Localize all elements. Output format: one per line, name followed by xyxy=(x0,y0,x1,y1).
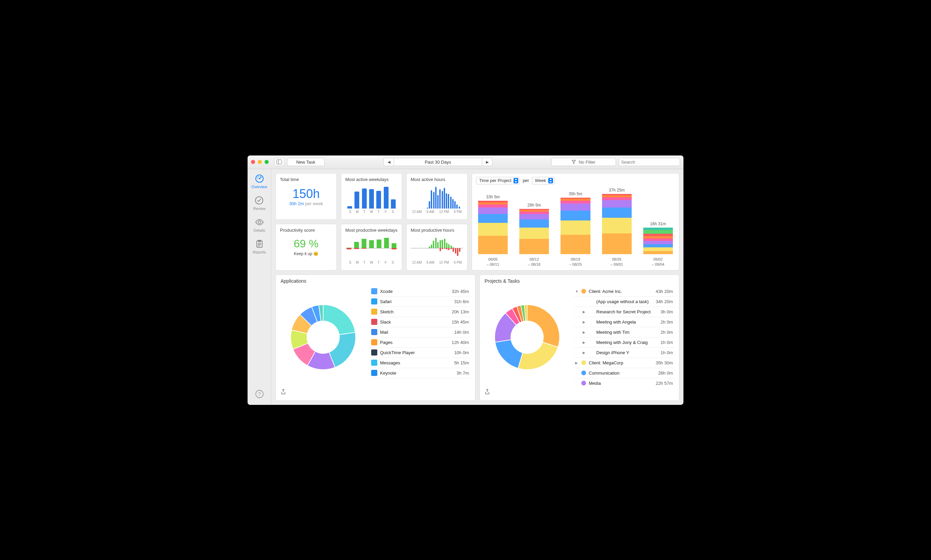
sidebar-item-reports[interactable]: Reports xyxy=(253,238,266,255)
app-icon xyxy=(371,319,377,325)
project-row[interactable]: Media22h 57m xyxy=(574,378,674,388)
disclosure-icon[interactable]: ▶ xyxy=(575,361,579,365)
disclosure-icon[interactable]: ▶ xyxy=(583,320,586,324)
app-time: 14h 0m xyxy=(454,330,469,335)
color-swatch xyxy=(581,289,586,294)
app-name: QuickTime Player xyxy=(380,350,452,355)
disclosure-icon[interactable]: ▶ xyxy=(583,340,586,344)
filter-button[interactable]: No Filter xyxy=(551,158,616,166)
share-button[interactable] xyxy=(281,389,286,396)
svg-point-8 xyxy=(258,176,258,177)
panel-projects: Projects & Tasks ▼Client: Acme Inc.43h 2… xyxy=(479,275,679,401)
range-display[interactable]: Past 30 Days xyxy=(394,158,482,166)
app-time: 20h 13m xyxy=(452,309,469,314)
project-row[interactable]: ▼Client: Acme Inc.43h 20m xyxy=(574,286,674,297)
app-name: Safari xyxy=(380,299,452,304)
app-time: 15h 45m xyxy=(452,320,469,325)
search-field[interactable] xyxy=(619,158,680,166)
app-icon xyxy=(371,349,377,355)
close-button[interactable] xyxy=(251,160,255,164)
disclosure-icon[interactable]: ▶ xyxy=(583,310,586,314)
app-row[interactable]: Xcode32h 45m xyxy=(370,286,470,297)
zoom-button[interactable] xyxy=(265,160,269,164)
chart-active-weekdays xyxy=(345,184,398,209)
per-week-value: 30h 2m xyxy=(289,201,304,206)
project-name: Meeting with Jony & Craig xyxy=(596,340,658,345)
app-time: 10h 0m xyxy=(454,350,469,355)
panel-title: Projects & Tasks xyxy=(485,278,674,284)
overview-content: Total time 150h 30h 2m per week Most act… xyxy=(272,169,684,405)
app-name: Slack xyxy=(380,320,449,325)
app-row[interactable]: Mail14h 0m xyxy=(370,327,470,337)
card-productive-hours: Most productive hours 12 AM6 AM12 PM6 PM xyxy=(406,224,468,271)
app-time: 32h 45m xyxy=(452,289,469,294)
project-row[interactable]: ▶Research for Secret Project3h 0m xyxy=(574,307,674,317)
svg-text:?: ? xyxy=(258,391,261,397)
app-row[interactable]: Slack15h 45m xyxy=(370,317,470,327)
titlebar: New Task ◀ Past 30 Days ▶ No Filter xyxy=(247,155,684,169)
project-row[interactable]: ▶Meeting with Angela2h 0m xyxy=(574,317,674,327)
project-time: 26h 0m xyxy=(658,371,673,375)
new-task-label: New Task xyxy=(296,160,315,165)
app-name: Pages xyxy=(380,340,449,345)
project-row[interactable]: ▶Client: MegaCorp35h 30m xyxy=(574,358,674,368)
chart-projects-donut xyxy=(485,286,570,388)
help-button[interactable]: ? xyxy=(255,388,264,400)
project-name: Meeting with Tim xyxy=(596,330,658,335)
bar-category-label: 09/02– 09/04 xyxy=(652,257,664,267)
app-name: Messages xyxy=(380,360,452,365)
range-next-button[interactable]: ▶ xyxy=(482,158,493,166)
share-button[interactable] xyxy=(485,389,490,396)
project-time: 3h 0m xyxy=(661,309,673,314)
period-select[interactable]: Week xyxy=(532,177,555,185)
disclosure-icon[interactable]: ▶ xyxy=(583,351,586,354)
chevron-updown-icon xyxy=(514,178,518,183)
search-input[interactable] xyxy=(621,160,678,165)
project-row[interactable]: Communication26h 0m xyxy=(574,368,674,378)
app-row[interactable]: Pages12h 40m xyxy=(370,337,470,348)
app-row[interactable]: Keynote3h 7m xyxy=(370,368,470,378)
bar-category-label: 08/05– 08/11 xyxy=(486,257,499,267)
minimize-button[interactable] xyxy=(258,160,262,164)
svg-point-9 xyxy=(260,176,261,177)
sidebar-item-label: Overview xyxy=(252,185,267,189)
productivity-value: 69 % xyxy=(280,237,332,250)
app-time: 12h 40m xyxy=(452,340,469,345)
color-swatch xyxy=(581,381,586,385)
metric-select[interactable]: Time per Project xyxy=(476,177,520,185)
projects-list: ▼Client: Acme Inc.43h 20m(App usage with… xyxy=(574,286,674,388)
project-row[interactable]: ▶Design iPhone Y1h 0m xyxy=(574,348,674,358)
project-row[interactable]: (App usage without a task)34h 20m xyxy=(574,297,674,307)
app-row[interactable]: QuickTime Player10h 0m xyxy=(370,348,470,358)
new-task-button[interactable]: New Task xyxy=(287,158,324,166)
svg-rect-0 xyxy=(277,160,282,164)
sidebar-item-review[interactable]: Review xyxy=(253,194,265,212)
traffic-lights xyxy=(251,160,269,164)
app-row[interactable]: Safari31h 6m xyxy=(370,297,470,307)
per-label: per xyxy=(523,178,529,183)
disclosure-icon[interactable]: ▼ xyxy=(575,289,579,293)
project-name: Research for Secret Project xyxy=(596,309,658,314)
sidebar-toggle-button[interactable] xyxy=(274,158,284,166)
sidebar-item-overview[interactable]: Overview xyxy=(252,172,267,190)
project-name: Client: MegaCorp xyxy=(589,360,653,365)
project-time: 43h 20m xyxy=(656,289,673,294)
app-icon xyxy=(371,360,377,366)
bar-total-label: 16h 31m xyxy=(650,222,666,226)
project-name: Media xyxy=(589,381,653,386)
share-icon xyxy=(281,389,286,395)
chevron-updown-icon xyxy=(548,178,553,183)
project-name: (App usage without a task) xyxy=(596,299,653,304)
disclosure-icon[interactable]: ▶ xyxy=(583,330,586,334)
color-swatch xyxy=(581,371,586,375)
app-row[interactable]: Sketch20h 13m xyxy=(370,307,470,317)
sidebar-item-details[interactable]: Details xyxy=(254,216,265,234)
range-prev-button[interactable]: ◀ xyxy=(383,158,394,166)
project-row[interactable]: ▶Meeting with Jony & Craig1h 0m xyxy=(574,337,674,348)
svg-point-11 xyxy=(258,221,261,223)
project-row[interactable]: ▶Meeting with Tim2h 0m xyxy=(574,327,674,337)
app-row[interactable]: Messages5h 15m xyxy=(370,358,470,368)
sidebar: Overview Review Details Reports xyxy=(247,169,272,405)
panel-title: Applications xyxy=(281,278,470,284)
sidebar-item-label: Review xyxy=(253,206,265,211)
